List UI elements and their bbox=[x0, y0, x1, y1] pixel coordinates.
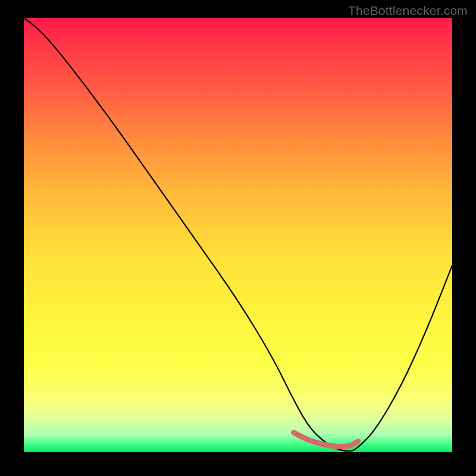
chart-plot-area bbox=[24, 18, 452, 452]
highlight-segment-path bbox=[294, 433, 358, 446]
attribution-text: TheBottlenecker.com bbox=[348, 4, 468, 18]
main-curve-path bbox=[24, 18, 452, 451]
chart-svg bbox=[24, 18, 452, 452]
